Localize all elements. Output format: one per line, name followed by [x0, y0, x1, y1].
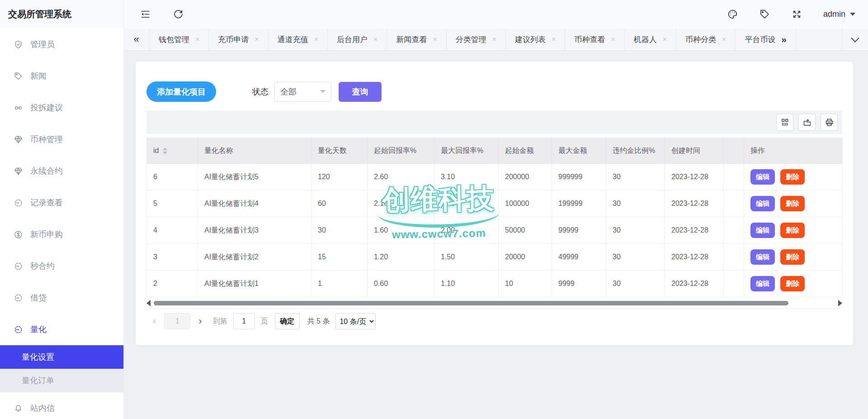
- column-header-1[interactable]: id: [147, 138, 198, 164]
- fullscreen-icon[interactable]: [791, 9, 802, 20]
- query-button[interactable]: 查询: [339, 82, 382, 102]
- scroll-right-icon[interactable]: »: [781, 34, 786, 45]
- tab-label: 充币申请: [218, 34, 249, 45]
- next-page-button[interactable]: ›: [198, 315, 202, 327]
- tab-3[interactable]: 通道充值×: [269, 29, 328, 50]
- sidebar-item-1[interactable]: 管理员: [0, 29, 123, 60]
- page-size-select[interactable]: 10 条/页: [335, 313, 376, 329]
- column-header-2[interactable]: 量化名称: [198, 138, 311, 164]
- close-tab-icon[interactable]: ×: [255, 35, 259, 43]
- tab-11[interactable]: 平台币设»: [736, 29, 796, 50]
- confirm-button[interactable]: 确定: [275, 313, 300, 329]
- sidebar-item-label: 管理员: [30, 39, 55, 50]
- scrollbar-left-arrow-icon[interactable]: [146, 300, 151, 306]
- tab-list: 钱包管理×充币申请×通道充值×后台用户×新闻查看×分类管理×建议列表×币种查看×…: [150, 29, 796, 50]
- tab-label: 建议列表: [515, 34, 546, 45]
- submenu-item-1[interactable]: 量化设置: [0, 345, 123, 369]
- sidebar-item-7[interactable]: 新币申购: [0, 219, 123, 250]
- close-tab-icon[interactable]: ×: [195, 35, 199, 43]
- print-icon[interactable]: [821, 114, 838, 131]
- column-header-8[interactable]: 违约金比例%: [606, 138, 665, 164]
- close-tab-icon[interactable]: ×: [433, 35, 437, 43]
- column-header-6[interactable]: 起始金额: [499, 138, 552, 164]
- columns-icon[interactable]: [776, 114, 793, 131]
- edit-button[interactable]: 编辑: [750, 249, 775, 265]
- main-area: 添加量化项目 状态 全部 查询 id量化名称量化天数起始回报率%最大回报率%起始…: [123, 51, 868, 419]
- close-tab-icon[interactable]: ×: [552, 35, 556, 43]
- sidebar: 交易所管理系统 管理员新闻投拆建议币种管理永续合约记录查看新币申购秒合约借贷量化…: [0, 0, 124, 419]
- delete-button[interactable]: 删除: [780, 196, 805, 211]
- edit-button[interactable]: 编辑: [750, 223, 775, 238]
- scrollbar-right-arrow-icon[interactable]: [838, 300, 842, 306]
- status-select[interactable]: 全部: [274, 82, 331, 102]
- refresh-icon[interactable]: [173, 9, 184, 20]
- tab-10[interactable]: 币种分类×: [676, 29, 736, 50]
- close-tab-icon[interactable]: ×: [663, 35, 667, 43]
- close-tab-icon[interactable]: ×: [373, 35, 377, 43]
- scrollbar-track[interactable]: [154, 300, 835, 306]
- tab-1[interactable]: 钱包管理×: [150, 29, 209, 50]
- column-header-4[interactable]: 起始回报率%: [368, 138, 434, 164]
- column-header-3[interactable]: 量化天数: [311, 138, 368, 164]
- close-tab-icon[interactable]: ×: [722, 35, 726, 43]
- status-label: 状态: [252, 86, 269, 97]
- sidebar-item-10[interactable]: 量化: [0, 314, 123, 345]
- table-row: 3AI量化储蓄计划2151.201.502000049999302023-12-…: [147, 244, 843, 271]
- sidebar-item-3[interactable]: 投拆建议: [0, 92, 123, 124]
- sort-icon[interactable]: [163, 148, 167, 154]
- cell: 3: [147, 244, 198, 271]
- collapse-menu-icon[interactable]: [140, 9, 151, 20]
- delete-button[interactable]: 删除: [780, 249, 805, 265]
- sidebar-item-8[interactable]: 秒合约: [0, 250, 123, 282]
- scrollbar-thumb[interactable]: [154, 301, 788, 305]
- page-number-button[interactable]: 1: [164, 313, 190, 329]
- tab-label: 币种分类: [685, 34, 716, 45]
- tab-label: 新闻查看: [396, 34, 427, 45]
- page-unit-label: 页: [261, 317, 268, 326]
- delete-button[interactable]: 删除: [780, 223, 805, 238]
- close-tab-icon[interactable]: ×: [492, 35, 496, 43]
- tab-dropdown-button[interactable]: [842, 29, 868, 50]
- tab-8[interactable]: 币种查看×: [565, 29, 624, 50]
- sidebar-item-4[interactable]: 币种管理: [0, 124, 123, 155]
- goto-page-input[interactable]: [233, 313, 255, 329]
- add-quant-project-button[interactable]: 添加量化项目: [146, 81, 216, 102]
- tab-6[interactable]: 分类管理×: [447, 29, 506, 50]
- prev-page-button[interactable]: ‹: [153, 315, 156, 327]
- tab-9[interactable]: 机器人×: [625, 29, 676, 50]
- tab-4[interactable]: 后台用户×: [328, 29, 387, 50]
- scroll-left-button[interactable]: «: [123, 29, 150, 50]
- tab-7[interactable]: 建议列表×: [506, 29, 565, 50]
- export-icon[interactable]: [798, 114, 816, 131]
- edit-button[interactable]: 编辑: [750, 276, 775, 291]
- cell: 30: [606, 244, 665, 271]
- tab-2[interactable]: 充币申请×: [209, 29, 268, 50]
- clock-icon: [14, 262, 23, 271]
- edit-button[interactable]: 编辑: [750, 169, 775, 185]
- delete-button[interactable]: 删除: [780, 276, 805, 291]
- close-tab-icon[interactable]: ×: [314, 35, 318, 43]
- horizontal-scrollbar[interactable]: [146, 300, 842, 306]
- tag-icon[interactable]: [759, 9, 770, 20]
- cell: 2.50: [434, 190, 499, 217]
- cell: 2023-12-28: [665, 190, 724, 217]
- column-header-5[interactable]: 最大回报率%: [434, 138, 499, 164]
- sidebar-item-5[interactable]: 永续合约: [0, 155, 123, 187]
- close-tab-icon[interactable]: ×: [611, 35, 615, 43]
- delete-button[interactable]: 删除: [780, 169, 805, 185]
- cell-spacer: [724, 217, 744, 244]
- column-header-7[interactable]: 最大金额: [552, 138, 606, 164]
- column-header-9[interactable]: 创建时间: [665, 138, 724, 164]
- sidebar-item-after-1[interactable]: 站内信: [0, 392, 123, 419]
- submenu-item-2[interactable]: 量化订单: [0, 369, 123, 392]
- column-header-10[interactable]: 操作: [744, 138, 843, 164]
- sidebar-item-9[interactable]: 借贷: [0, 282, 123, 314]
- sidebar-item-6[interactable]: 记录查看: [0, 187, 123, 219]
- actions-cell: 编辑删除: [744, 190, 843, 217]
- user-menu[interactable]: admin: [823, 10, 855, 19]
- cell: 6: [147, 164, 198, 190]
- edit-button[interactable]: 编辑: [750, 196, 775, 211]
- palette-icon[interactable]: [727, 9, 738, 20]
- sidebar-item-2[interactable]: 新闻: [0, 60, 123, 92]
- tab-5[interactable]: 新闻查看×: [387, 29, 446, 50]
